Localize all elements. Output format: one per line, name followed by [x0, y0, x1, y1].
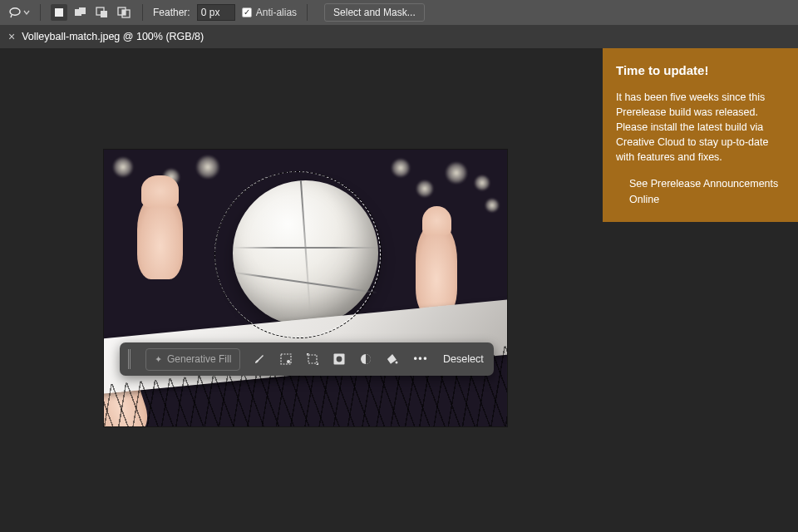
- transform-selection-icon[interactable]: [305, 352, 320, 367]
- feather-label: Feather:: [153, 7, 190, 18]
- svg-rect-1: [55, 8, 63, 17]
- volleyball: [233, 180, 378, 326]
- update-notification: Time to update! It has been five weeks s…: [603, 48, 798, 222]
- notification-body: It has been five weeks since this Prerel…: [616, 90, 785, 165]
- right-hand: [416, 224, 457, 316]
- invert-icon[interactable]: [358, 352, 373, 367]
- document-tab-bar: × Volleyball-match.jpeg @ 100% (RGB/8): [0, 25, 798, 48]
- selection-mode-group: [51, 4, 132, 21]
- add-to-selection-icon[interactable]: [72, 4, 89, 21]
- divider: [142, 4, 143, 21]
- svg-point-15: [396, 362, 398, 364]
- anti-alias-checkbox[interactable]: ✓: [242, 7, 252, 17]
- document-tab[interactable]: × Volleyball-match.jpeg @ 100% (RGB/8): [0, 25, 212, 48]
- svg-rect-8: [122, 10, 126, 15]
- drag-handle-icon[interactable]: [128, 349, 131, 369]
- divider: [307, 4, 308, 21]
- select-and-mask-button[interactable]: Select and Mask...: [324, 3, 425, 22]
- lasso-tool-dropdown[interactable]: [8, 3, 30, 22]
- feather-input[interactable]: [197, 4, 235, 21]
- left-hand: [137, 196, 183, 279]
- notification-title: Time to update!: [616, 62, 785, 80]
- deselect-button[interactable]: Deselect: [441, 353, 485, 365]
- brush-icon[interactable]: [252, 352, 267, 367]
- svg-rect-3: [79, 7, 86, 14]
- anti-alias-label: Anti-alias: [256, 7, 297, 18]
- workspace: ✦ Generative Fill ••• Deselect Time to u…: [0, 48, 798, 532]
- document-title: Volleyball-match.jpeg @ 100% (RGB/8): [22, 31, 204, 42]
- contextual-task-bar[interactable]: ✦ Generative Fill ••• Deselect: [120, 342, 494, 376]
- sparkle-icon: ✦: [155, 354, 162, 365]
- new-selection-icon[interactable]: [51, 4, 67, 21]
- mask-icon[interactable]: [332, 352, 347, 367]
- options-bar: Feather: ✓ Anti-alias Select and Mask...: [0, 0, 798, 25]
- intersect-selection-icon[interactable]: [116, 4, 132, 21]
- svg-point-0: [10, 8, 20, 15]
- close-tab-icon[interactable]: ×: [8, 30, 15, 43]
- divider: [40, 4, 41, 21]
- more-options-icon[interactable]: •••: [411, 353, 430, 365]
- notification-link[interactable]: See Prerelease Announcements Online: [616, 176, 785, 206]
- fill-icon[interactable]: [385, 352, 400, 367]
- document-canvas[interactable]: [104, 150, 507, 426]
- svg-rect-5: [101, 11, 107, 17]
- modify-selection-icon[interactable]: [278, 352, 293, 367]
- generative-fill-button[interactable]: ✦ Generative Fill: [145, 348, 240, 371]
- svg-rect-11: [308, 355, 317, 363]
- svg-point-10: [287, 360, 290, 363]
- svg-point-13: [337, 357, 342, 362]
- subtract-from-selection-icon[interactable]: [94, 4, 111, 21]
